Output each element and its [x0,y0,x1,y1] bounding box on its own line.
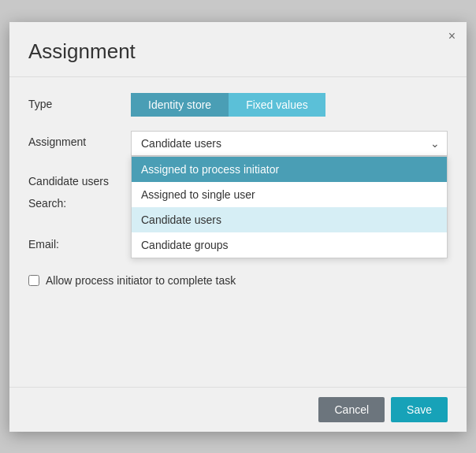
dropdown-item-single-user[interactable]: Assigned to single user [132,182,447,207]
type-label: Type [28,93,131,110]
dropdown-item-candidate-users[interactable]: Candidate users [132,207,447,232]
dialog-title: Assignment [9,22,467,77]
assignment-dropdown-menu: Assigned to process initiator Assigned t… [131,156,448,258]
type-buttons: Identity store Fixed values [131,93,448,117]
cancel-button[interactable]: Cancel [318,397,385,422]
dialog-footer: Cancel Save [9,387,467,432]
dropdown-item-candidate-groups[interactable]: Candidate groups [132,232,447,258]
assignment-label: Assignment [28,131,131,148]
email-label: Email: [28,233,131,251]
allow-initiator-row: Allow process initiator to complete task [28,274,448,287]
close-button[interactable]: × [448,30,456,43]
assignment-dialog: × Assignment Type Identity store Fixed v… [9,22,467,432]
candidate-users-label: Candidate users [28,170,131,188]
allow-initiator-label: Allow process initiator to complete task [46,274,236,287]
type-row: Type Identity store Fixed values [28,93,448,117]
allow-initiator-checkbox[interactable] [28,275,39,286]
dropdown-item-assigned-initiator[interactable]: Assigned to process initiator [132,157,447,182]
identity-store-button[interactable]: Identity store [131,93,229,117]
assignment-dropdown-wrapper: Candidate users ⌄ Assigned to process in… [131,131,448,156]
assignment-dropdown[interactable]: Candidate users [131,131,448,156]
dialog-body: Type Identity store Fixed values Assignm… [9,77,467,387]
search-label: Search: [28,192,131,210]
assignment-row: Assignment Candidate users ⌄ Assigned to… [28,131,448,156]
save-button[interactable]: Save [391,397,448,422]
fixed-values-button[interactable]: Fixed values [229,93,325,117]
